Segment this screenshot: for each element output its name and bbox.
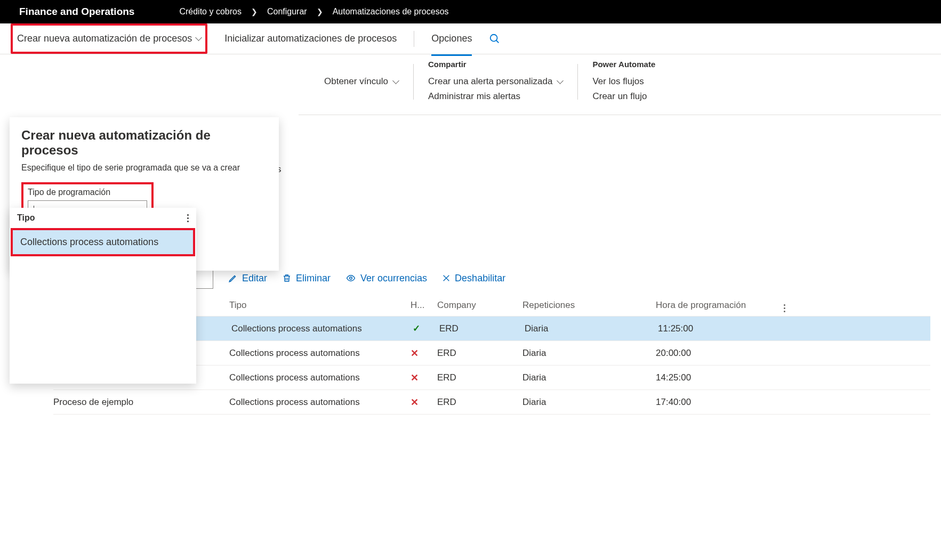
svg-point-0 (490, 34, 497, 41)
delete-button[interactable]: Eliminar (282, 273, 331, 284)
create-flow-button[interactable]: Crear un flujo (592, 89, 655, 104)
breadcrumb-item[interactable]: Configurar (267, 7, 307, 17)
cell-company: ERD (437, 372, 522, 383)
breadcrumb: Crédito y cobros ❯ Configurar ❯ Automati… (179, 7, 448, 17)
options-label: Opciones (431, 33, 472, 44)
get-link-label: Obtener vínculo (324, 76, 388, 87)
x-icon (442, 274, 451, 282)
more-options-icon[interactable] (187, 214, 189, 222)
x-icon: ✕ (411, 348, 419, 359)
col-header-tipo[interactable]: Tipo (229, 300, 411, 311)
edit-label: Editar (242, 273, 267, 284)
get-link-button[interactable]: Obtener vínculo (324, 74, 398, 89)
check-icon: ✓ (413, 323, 420, 334)
ribbon-group-title: Power Automate (592, 60, 655, 69)
options-tab[interactable]: Opciones (431, 23, 472, 54)
cell-hora: 20:00:00 (656, 348, 784, 359)
chevron-right-icon: ❯ (317, 7, 323, 16)
search-icon (489, 33, 501, 45)
divider (414, 31, 414, 47)
col-header-repeticiones[interactable]: Repeticiones (522, 300, 656, 311)
top-header: Finance and Operations Crédito y cobros … (0, 0, 941, 23)
create-flow-label: Crear un flujo (592, 91, 647, 102)
cell-tipo: Collections process automations (231, 323, 413, 334)
chevron-down-icon (195, 34, 202, 41)
schedule-type-label: Tipo de programación (28, 188, 147, 197)
col-header-h[interactable]: H... (411, 300, 437, 311)
cell-hora: 14:25:00 (656, 372, 784, 383)
view-flows-label: Ver los flujos (592, 76, 644, 87)
svg-point-2 (350, 277, 352, 280)
cell-tipo: Collections process automations (229, 372, 411, 383)
cell-tipo: Collections process automations (229, 348, 411, 359)
initialize-label: Inicializar automatizaciones de procesos (224, 33, 397, 44)
panel-title: Crear nueva automatización de procesos (21, 128, 267, 158)
initialize-automations-button[interactable]: Inicializar automatizaciones de procesos (224, 23, 397, 54)
flyout-header-label: Tipo (17, 213, 35, 223)
col-header-more[interactable] (784, 298, 800, 312)
table-row[interactable]: Proceso de ejemploCollections process au… (53, 390, 930, 415)
create-alert-button[interactable]: Crear una alerta personalizada (428, 74, 562, 89)
cell-status: ✕ (411, 396, 437, 408)
search-button[interactable] (489, 23, 501, 54)
manage-alerts-label: Administrar mis alertas (428, 91, 520, 102)
cell-status: ✓ (413, 323, 439, 334)
x-icon: ✕ (411, 372, 419, 383)
create-automation-label: Crear nueva automatización de procesos (17, 33, 192, 44)
flyout-header: Tipo (10, 208, 196, 228)
ribbon-group-title (324, 60, 398, 69)
schedule-type-flyout: Tipo Collections process automations (10, 208, 196, 384)
chevron-down-icon (392, 77, 399, 84)
command-bar: Crear nueva automatización de procesos I… (0, 23, 941, 54)
eye-icon (345, 273, 356, 283)
chevron-down-icon (557, 77, 564, 84)
cell-company: ERD (439, 323, 525, 334)
cell-repeticiones: Diaria (525, 323, 658, 334)
pencil-icon (228, 273, 238, 283)
cell-hora: 17:40:00 (656, 397, 784, 408)
create-automation-dropdown[interactable]: Crear nueva automatización de procesos (11, 23, 207, 54)
options-ribbon: Obtener vínculo Compartir Crear una aler… (299, 54, 941, 115)
breadcrumb-item[interactable]: Automatizaciones de procesos (333, 7, 449, 17)
breadcrumb-item[interactable]: Crédito y cobros (179, 7, 242, 17)
cell-status: ✕ (411, 347, 437, 359)
cell-company: ERD (437, 397, 522, 408)
create-alert-label: Crear una alerta personalizada (428, 76, 552, 87)
trash-icon (282, 273, 292, 283)
cell-tipo: Collections process automations (229, 397, 411, 408)
ribbon-group-power-automate: Power Automate Ver los flujos Crear un f… (577, 60, 670, 104)
cell-status: ✕ (411, 372, 437, 384)
kebab-icon (784, 304, 785, 312)
disable-button[interactable]: Deshabilitar (442, 273, 505, 284)
view-flows-button[interactable]: Ver los flujos (592, 74, 655, 89)
ribbon-group-link: Obtener vínculo (309, 60, 413, 104)
cell-repeticiones: Diaria (522, 348, 656, 359)
chevron-right-icon: ❯ (251, 7, 258, 16)
col-header-hora[interactable]: Hora de programación (656, 300, 784, 311)
panel-subtitle: Especifique el tipo de serie programada … (21, 163, 267, 173)
edit-button[interactable]: Editar (228, 273, 267, 284)
cell-name: Proceso de ejemplo (53, 397, 229, 408)
view-occurrences-label: Ver ocurrencias (360, 273, 427, 284)
col-header-company[interactable]: Company (437, 300, 522, 311)
cell-repeticiones: Diaria (522, 372, 656, 383)
ribbon-group-share: Compartir Crear una alerta personalizada… (413, 60, 577, 104)
view-occurrences-button[interactable]: Ver ocurrencias (345, 273, 427, 284)
cell-hora: 11:25:00 (658, 323, 786, 334)
cell-repeticiones: Diaria (522, 397, 656, 408)
brand-title: Finance and Operations (19, 6, 134, 18)
disable-label: Deshabilitar (455, 273, 505, 284)
flyout-option-highlight: Collections process automations (11, 228, 195, 256)
x-icon: ✕ (411, 397, 419, 408)
delete-label: Eliminar (296, 273, 331, 284)
ribbon-group-title: Compartir (428, 60, 562, 69)
manage-alerts-button[interactable]: Administrar mis alertas (428, 89, 562, 104)
svg-line-1 (496, 40, 499, 43)
flyout-option-collections[interactable]: Collections process automations (13, 230, 193, 254)
cell-company: ERD (437, 348, 522, 359)
